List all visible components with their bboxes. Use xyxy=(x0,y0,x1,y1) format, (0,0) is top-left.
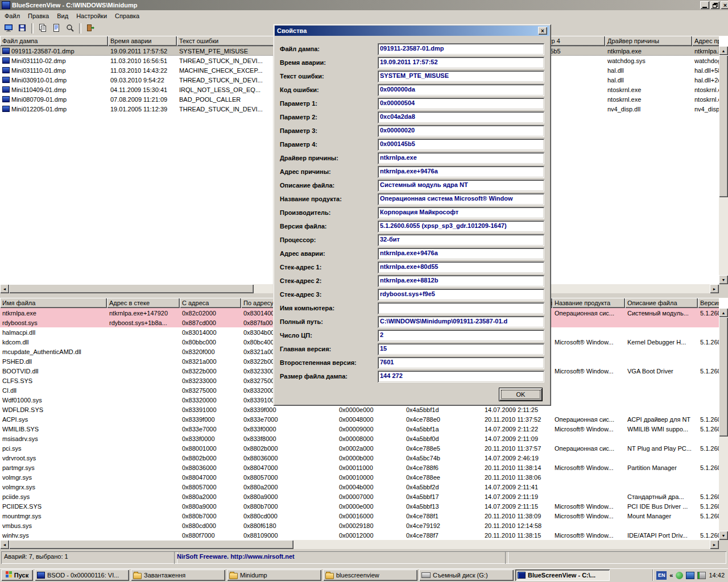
scroll-down-icon[interactable]: ▼ xyxy=(719,275,728,284)
taskbar-task[interactable]: BSOD - 0x00000116: VI... xyxy=(35,569,129,581)
scroll-thumb[interactable] xyxy=(719,55,728,197)
cell-name: vdrvroot.sys xyxy=(0,453,107,463)
scroll-up-icon[interactable]: ▲ xyxy=(719,308,728,317)
table-row[interactable]: vdrvroot.sys0x8802b0000x880360000x0000b0… xyxy=(0,453,719,463)
column-header[interactable]: Название продукта xyxy=(552,298,625,308)
taskbar-task[interactable]: bluescreenview xyxy=(323,569,417,581)
field-input[interactable]: 0x000000da xyxy=(378,84,544,96)
field-input[interactable]: Корпорация Майкрософт xyxy=(378,207,544,219)
toolbar-button[interactable] xyxy=(36,22,49,35)
cell-product: Microsoft® Window... xyxy=(552,501,625,511)
table-row[interactable]: WMILIB.SYS0x833e70000x833f00000x00009000… xyxy=(0,424,719,434)
field-input[interactable]: rdyboost.sys+f9e5 xyxy=(378,289,544,301)
table-row[interactable]: pci.sys0x880010000x8802b0000x0002a0000x4… xyxy=(0,443,719,453)
language-indicator[interactable]: EN xyxy=(656,571,667,580)
minimize-icon[interactable] xyxy=(700,1,709,9)
menu-item[interactable]: Справка xyxy=(111,11,143,20)
column-header[interactable]: С адреса xyxy=(180,298,241,308)
taskbar-task[interactable]: Minidump xyxy=(227,569,321,581)
scroll-down-icon[interactable]: ▼ xyxy=(719,531,728,540)
field-input[interactable]: C:\WINDOWS\Minidump\091911-23587-01.d xyxy=(378,316,544,328)
table-row[interactable]: volmgrx.sys0x880570000x880a20000x0004b00… xyxy=(0,482,719,492)
field-input[interactable]: 0x00000504 xyxy=(378,98,544,110)
field-input[interactable] xyxy=(378,302,544,314)
table-row[interactable]: WDFLDR.SYS0x833910000x8339f0000x0000e000… xyxy=(0,405,719,414)
scroll-thumb[interactable] xyxy=(9,540,293,549)
field-input[interactable]: ntkrnlpa.exe+8812b xyxy=(378,275,544,287)
column-header[interactable]: Текст ошибки xyxy=(177,36,275,46)
network-tray-icon[interactable] xyxy=(686,572,694,579)
lower-horizontal-scrollbar[interactable]: ◄ ► xyxy=(0,540,719,549)
taskbar-task[interactable]: BlueScreenView - C:\... xyxy=(515,569,610,581)
field-input[interactable]: 19.09.2011 17:57:52 xyxy=(378,57,544,69)
taskbar-task[interactable]: Завантаження xyxy=(131,569,225,581)
toolbar-button[interactable] xyxy=(2,22,15,35)
cell-stack: ntkrnlpa.exe+147920 xyxy=(107,308,180,318)
table-row[interactable]: mountmgr.sys0x880b70000x880cd0000x000160… xyxy=(0,511,719,521)
column-header[interactable]: Адрес причины xyxy=(692,36,719,46)
field-input[interactable]: 144 272 xyxy=(378,371,544,383)
column-header[interactable]: Время аварии xyxy=(108,36,177,46)
column-header[interactable]: Имя файла xyxy=(0,298,107,308)
scroll-right-icon[interactable]: ► xyxy=(710,284,719,293)
field-input[interactable]: 0x000145b5 xyxy=(378,139,544,151)
safely-remove-tray-icon[interactable] xyxy=(697,572,706,579)
field-input[interactable]: 0xc04a2da8 xyxy=(378,111,544,123)
antivirus-tray-icon[interactable] xyxy=(676,572,683,579)
field-input[interactable]: 15 xyxy=(378,343,544,355)
scroll-up-icon[interactable]: ▲ xyxy=(719,46,728,55)
table-row[interactable]: PCIIDEX.SYS0x880a90000x880b70000x0000e00… xyxy=(0,501,719,511)
column-header[interactable]: Файл дампа xyxy=(0,36,108,46)
field-input[interactable]: ntkrnlpa.exe+80d55 xyxy=(378,261,544,273)
ok-button[interactable]: OK xyxy=(499,388,543,401)
menu-item[interactable]: Вид xyxy=(53,11,72,20)
scroll-left-icon[interactable]: ◄ xyxy=(0,540,9,549)
table-row[interactable]: ACPI.sys0x8339f0000x833e70000x000480000x… xyxy=(0,414,719,424)
toolbar-button[interactable] xyxy=(84,22,97,35)
scroll-left-icon[interactable]: ◄ xyxy=(0,284,9,293)
toolbar-button[interactable] xyxy=(15,22,29,35)
close-icon[interactable]: × xyxy=(721,1,728,9)
column-header[interactable]: Адрес в стеке xyxy=(107,298,180,308)
tray-chevron-icon[interactable]: « xyxy=(669,572,673,579)
menu-item[interactable]: Правка xyxy=(24,11,53,20)
restore-icon[interactable] xyxy=(710,1,719,9)
upper-vertical-scrollbar[interactable]: ▲ ▼ xyxy=(719,46,728,284)
table-row[interactable]: winhv.sys0x880f70000x881090000x000120000… xyxy=(0,530,719,540)
field-input[interactable]: ntkrnlpa.exe+9476a xyxy=(378,248,544,260)
field-input[interactable]: Операционная система Microsoft® Window xyxy=(378,193,544,205)
column-header[interactable]: Описание файла xyxy=(625,298,698,308)
toolbar-button[interactable] xyxy=(49,22,63,35)
cell-version xyxy=(698,472,719,482)
table-row[interactable]: pciide.sys0x880a20000x880a90000x00007000… xyxy=(0,492,719,501)
table-row[interactable]: partmgr.sys0x880360000x880470000x0001100… xyxy=(0,463,719,472)
menu-item[interactable]: Настройки xyxy=(72,11,111,20)
field-input[interactable]: 5.1.2600.6055 (xpsp_sp3_gdr.101209-1647) xyxy=(378,221,544,232)
field-input[interactable]: ntkrnlpa.exe+9476a xyxy=(378,166,544,178)
table-row[interactable]: volmgr.sys0x880470000x880570000x00010000… xyxy=(0,472,719,482)
field-input[interactable]: SYSTEM_PTE_MISUSE xyxy=(378,70,544,82)
toolbar-button[interactable] xyxy=(63,22,77,35)
field-input[interactable]: 7601 xyxy=(378,357,544,369)
dialog-close-icon[interactable]: × xyxy=(538,27,547,35)
field-input[interactable]: 0x00000020 xyxy=(378,125,544,137)
scroll-thumb[interactable] xyxy=(9,284,254,293)
field-input[interactable]: Системный модуль ядра NT xyxy=(378,180,544,192)
start-button[interactable]: Пуск xyxy=(1,569,33,581)
lower-vertical-scrollbar[interactable]: ▲ ▼ xyxy=(719,308,728,540)
taskbar-task[interactable]: Съемный диск (G:) xyxy=(419,569,514,581)
status-nirsoft-link[interactable]: NirSoft Freeware. http://www.nirsoft.net xyxy=(174,551,508,564)
field-input[interactable]: ntkrnlpa.exe xyxy=(378,152,544,164)
table-row[interactable]: msisadrv.sys0x833f00000x833f80000x000080… xyxy=(0,434,719,443)
column-header[interactable]: Версия файла xyxy=(698,298,719,308)
field-input[interactable]: 2 xyxy=(378,330,544,342)
field-input[interactable]: 091911-23587-01.dmp xyxy=(378,43,544,55)
field-input[interactable]: 32-бит xyxy=(378,234,544,246)
scroll-right-icon[interactable]: ► xyxy=(710,540,719,549)
dump-file-name: Mini031110-01.dmp xyxy=(11,67,66,74)
cell-size: 0x00010000 xyxy=(337,472,404,482)
column-header[interactable]: Драйвер причины xyxy=(605,36,692,46)
menu-item[interactable]: Файл xyxy=(1,11,24,20)
table-row[interactable]: vmbus.sys0x880cd0000x880f61800x000291800… xyxy=(0,521,719,530)
scroll-thumb[interactable] xyxy=(719,317,728,436)
